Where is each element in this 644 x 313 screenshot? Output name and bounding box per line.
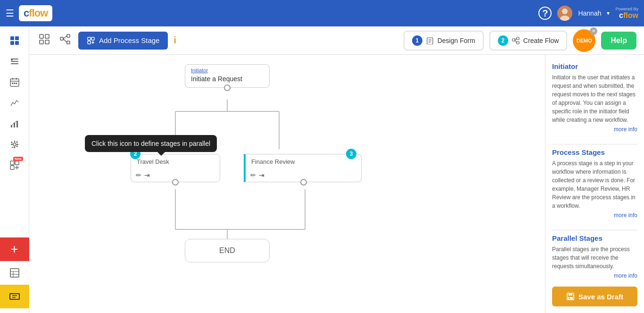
svg-rect-22 xyxy=(10,161,14,165)
initiator-more-info-link[interactable]: more info xyxy=(552,126,637,133)
process-stage-icon[interactable] xyxy=(37,32,52,50)
sidebar-icon-modules[interactable]: New xyxy=(5,156,24,175)
svg-rect-8 xyxy=(11,61,18,62)
finance-review-edit-icon[interactable]: ✏ xyxy=(250,171,256,179)
svg-rect-39 xyxy=(60,37,63,40)
travel-desk-node: 2 Travel Desk ✏ ⇥ xyxy=(131,154,220,182)
powered-logo-text: cflow xyxy=(619,11,638,20)
parallel-stages-heading: Parallel Stages xyxy=(552,234,637,242)
sidebar-ticket-icon[interactable] xyxy=(0,285,29,308)
menu-icon[interactable]: ☰ xyxy=(6,8,14,19)
info-icon[interactable]: i xyxy=(173,35,176,46)
sidebar-icon-dashboard[interactable] xyxy=(5,31,24,50)
svg-rect-3 xyxy=(10,36,14,40)
right-info-panel: Initiator Initiator is the user that ini… xyxy=(545,55,644,313)
create-flow-label: Create Flow xyxy=(523,37,559,44)
initiator-title: Initiate a Request xyxy=(191,75,264,83)
divider-1 xyxy=(552,144,637,144)
svg-rect-20 xyxy=(17,121,18,127)
svg-rect-9 xyxy=(11,63,18,64)
avatar xyxy=(557,6,572,21)
end-node: END xyxy=(185,239,270,262)
parallel-stages-description: Parallel stages are the process stages t… xyxy=(552,245,637,271)
canvas-connections xyxy=(29,55,545,313)
travel-desk-connector-dot xyxy=(172,179,179,186)
travel-desk-icons: ✏ ⇥ xyxy=(136,171,150,179)
svg-rect-35 xyxy=(40,34,43,38)
workflow-canvas: Click this icon to define stages in para… xyxy=(29,55,545,313)
user-name: Hannah xyxy=(578,9,601,17)
design-form-label: Design Form xyxy=(438,37,475,44)
tooltip-text: Click this icon to define stages in para… xyxy=(91,140,210,147)
svg-rect-55 xyxy=(517,42,519,44)
step-1-badge: 1 xyxy=(412,35,422,46)
svg-rect-54 xyxy=(517,37,519,40)
sidebar-icon-list[interactable] xyxy=(5,52,24,71)
process-stages-more-info-link[interactable]: more info xyxy=(552,212,637,219)
finance-review-icons: ✏ ⇥ xyxy=(250,171,264,179)
sidebar-table-icon[interactable] xyxy=(0,261,29,285)
sidebar-icon-settings[interactable] xyxy=(5,135,24,154)
travel-desk-parallel-icon[interactable]: ⇥ xyxy=(144,171,150,179)
initiator-heading: Initiator xyxy=(552,62,637,70)
svg-line-42 xyxy=(63,36,67,39)
initiator-description: Initiator is the user that initiates a r… xyxy=(552,73,637,124)
sidebar-add-button[interactable]: + xyxy=(0,237,29,261)
sidebar-bottom: + xyxy=(0,237,29,308)
svg-rect-15 xyxy=(12,83,13,84)
svg-rect-37 xyxy=(40,40,43,44)
initiator-connector-dot xyxy=(224,85,231,91)
create-flow-button[interactable]: 2 Create Flow xyxy=(489,31,567,51)
svg-rect-4 xyxy=(15,36,19,40)
step-2-badge: 2 xyxy=(498,35,508,46)
toolbar: Add Process Stage i 1 Design Form 2 xyxy=(29,26,644,55)
svg-point-21 xyxy=(13,143,16,146)
design-form-button[interactable]: 1 Design Form xyxy=(404,31,484,51)
save-draft-label: Save as Draft xyxy=(578,293,623,301)
svg-rect-23 xyxy=(15,161,19,165)
stage-3-badge: 3 xyxy=(346,149,356,159)
svg-rect-5 xyxy=(10,41,14,45)
svg-rect-53 xyxy=(512,39,515,41)
svg-rect-38 xyxy=(45,40,49,44)
main-layout: New + xyxy=(0,26,644,313)
svg-point-1 xyxy=(562,8,568,14)
parallel-stages-more-info-link[interactable]: more info xyxy=(552,272,637,279)
svg-rect-10 xyxy=(11,59,13,60)
tooltip-bubble: Click this icon to define stages in para… xyxy=(85,135,217,152)
svg-rect-41 xyxy=(67,41,70,44)
help-circle-icon[interactable]: ? xyxy=(538,7,552,20)
demo-close-icon[interactable]: ✕ xyxy=(590,27,597,35)
help-button[interactable]: Help xyxy=(601,32,636,50)
initiator-section: Initiator Initiator is the user that ini… xyxy=(552,62,637,133)
save-draft-button[interactable]: Save as Draft xyxy=(552,287,637,306)
logo-text: cflow xyxy=(24,7,48,19)
svg-rect-17 xyxy=(16,83,17,84)
svg-rect-71 xyxy=(569,297,570,299)
workflow-icon[interactable] xyxy=(58,32,73,50)
finance-review-connector-dot xyxy=(300,179,307,186)
travel-desk-label: Travel Desk xyxy=(137,158,214,165)
travel-desk-edit-icon[interactable]: ✏ xyxy=(136,171,141,179)
add-process-stage-button[interactable]: Add Process Stage xyxy=(78,32,168,50)
svg-line-43 xyxy=(63,39,67,42)
svg-rect-18 xyxy=(11,125,12,127)
finance-review-label: Finance Review xyxy=(251,158,355,165)
sidebar-icon-calendar[interactable] xyxy=(5,73,24,92)
sidebar-icon-chart[interactable] xyxy=(5,93,24,112)
svg-rect-45 xyxy=(91,37,94,40)
app-header: ☰ cflow ? Hannah ▾ Powered By cflow xyxy=(0,0,644,26)
divider-2 xyxy=(552,230,637,230)
new-badge: New xyxy=(13,157,23,161)
parallel-stages-section: Parallel Stages Parallel stages are the … xyxy=(552,234,637,279)
header-right: ? Hannah ▾ Powered By cflow xyxy=(538,6,638,21)
dropdown-arrow-icon[interactable]: ▾ xyxy=(607,10,610,17)
svg-line-57 xyxy=(515,40,517,42)
content-area: Click this icon to define stages in para… xyxy=(29,55,644,313)
svg-rect-46 xyxy=(88,41,91,44)
sidebar-icon-analytics[interactable] xyxy=(5,114,24,133)
svg-rect-27 xyxy=(10,269,19,277)
svg-rect-69 xyxy=(569,293,572,296)
finance-review-parallel-icon[interactable]: ⇥ xyxy=(259,171,264,179)
process-stages-description: A process stage is a step in your workfl… xyxy=(552,159,637,210)
